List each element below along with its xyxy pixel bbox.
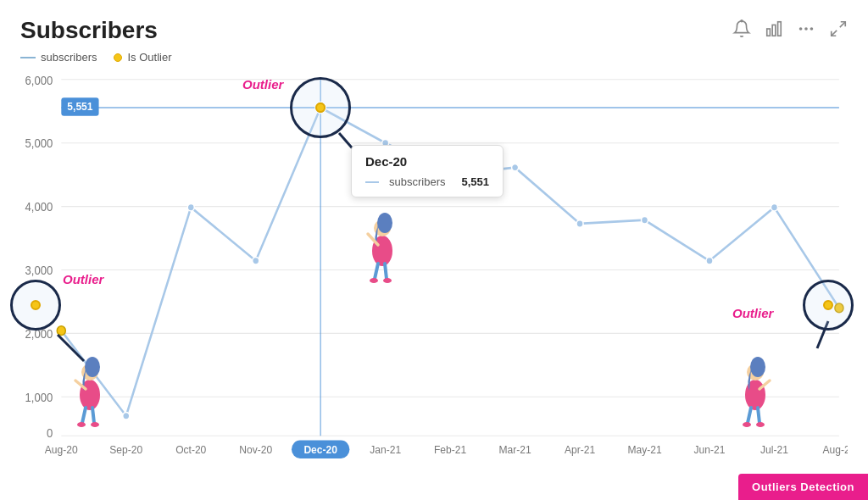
outlier-dot-aug20 <box>31 300 41 310</box>
svg-point-51 <box>706 258 713 265</box>
header: Subscribers <box>20 17 848 44</box>
svg-text:6,000: 6,000 <box>25 75 53 87</box>
svg-line-71 <box>375 264 378 279</box>
svg-point-62 <box>85 357 100 377</box>
expand-icon[interactable] <box>829 19 848 42</box>
svg-rect-2 <box>772 25 776 36</box>
svg-point-49 <box>576 220 583 228</box>
svg-point-52 <box>771 203 777 211</box>
chart-icon[interactable] <box>765 19 783 42</box>
svg-text:Aug-21: Aug-21 <box>822 443 848 455</box>
outlier-dot-dec20 <box>315 103 326 113</box>
magnifier-dec20 <box>290 77 351 138</box>
svg-text:Aug-20: Aug-20 <box>45 443 78 455</box>
svg-line-79 <box>748 408 751 423</box>
legend-line-subscribers <box>20 57 36 58</box>
page-title: Subscribers <box>20 17 158 44</box>
svg-text:Apr-21: Apr-21 <box>565 443 595 455</box>
more-icon[interactable] <box>797 19 815 42</box>
svg-text:May-21: May-21 <box>627 443 661 455</box>
svg-text:1,000: 1,000 <box>25 391 53 403</box>
header-icons <box>732 19 848 42</box>
svg-point-66 <box>91 422 99 427</box>
svg-point-70 <box>377 213 392 233</box>
legend-label-outlier: Is Outlier <box>127 51 171 64</box>
legend-outlier: Is Outlier <box>114 51 171 64</box>
legend-label-subscribers: subscribers <box>41 51 97 64</box>
chart-svg: 6,000 5,000 4,000 3,000 2,000 1,000 0 5,… <box>20 69 848 458</box>
svg-point-82 <box>756 422 765 427</box>
svg-point-43 <box>187 203 194 211</box>
legend: subscribers Is Outlier <box>20 51 848 64</box>
tooltip-title: Dec-20 <box>365 154 489 169</box>
svg-text:4,000: 4,000 <box>25 201 53 214</box>
svg-text:5,000: 5,000 <box>25 137 53 150</box>
svg-line-64 <box>92 408 94 423</box>
svg-point-73 <box>370 278 378 283</box>
legend-dot-outlier <box>114 53 122 62</box>
magnifier-aug20 <box>10 280 61 331</box>
svg-point-78 <box>750 357 765 377</box>
svg-text:Feb-21: Feb-21 <box>434 443 466 455</box>
alarm-icon[interactable] <box>732 19 751 42</box>
svg-text:Jun-21: Jun-21 <box>694 443 726 455</box>
svg-line-72 <box>385 264 387 279</box>
outliers-detection-badge[interactable]: Outliers Detection <box>738 474 868 500</box>
svg-point-48 <box>512 164 519 171</box>
svg-point-5 <box>804 27 808 31</box>
chart-area: 6,000 5,000 4,000 3,000 2,000 1,000 0 5,… <box>20 69 848 458</box>
svg-text:Nov-20: Nov-20 <box>239 443 272 455</box>
svg-text:Jan-21: Jan-21 <box>370 443 401 455</box>
svg-text:5,551: 5,551 <box>67 101 92 113</box>
svg-text:3,000: 3,000 <box>25 264 53 276</box>
legend-subscribers: subscribers <box>20 51 97 64</box>
svg-point-81 <box>743 422 751 427</box>
svg-text:Dec-20: Dec-20 <box>303 443 337 455</box>
svg-text:Mar-21: Mar-21 <box>498 443 531 455</box>
svg-text:Oct-20: Oct-20 <box>175 443 206 455</box>
svg-point-65 <box>77 422 86 427</box>
svg-rect-1 <box>767 29 771 36</box>
svg-point-74 <box>383 278 392 283</box>
svg-point-44 <box>253 258 259 265</box>
figure-aug21 <box>732 323 779 436</box>
svg-point-6 <box>810 27 814 31</box>
tooltip-value: 5,551 <box>461 175 489 188</box>
svg-line-7 <box>840 21 845 26</box>
svg-text:Jul-21: Jul-21 <box>760 443 788 455</box>
svg-point-50 <box>642 216 648 224</box>
outlier-label-aug21: Outlier <box>732 306 773 320</box>
svg-text:Sep-20: Sep-20 <box>109 443 142 455</box>
svg-text:0: 0 <box>47 427 53 440</box>
tooltip-dec20: Dec-20 subscribers 5,551 <box>351 145 504 197</box>
svg-point-54 <box>57 326 65 336</box>
tooltip-row: subscribers 5,551 <box>365 175 489 188</box>
outlier-label-aug20: Outlier <box>63 272 103 286</box>
magnifier-aug21 <box>803 280 854 331</box>
svg-line-63 <box>82 408 86 423</box>
figure-aug20 <box>67 323 114 436</box>
tooltip-series-label: subscribers <box>389 175 445 188</box>
svg-point-4 <box>799 27 803 31</box>
outlier-dot-aug21 <box>823 300 833 310</box>
dashboard-container: Subscribers <box>0 0 868 500</box>
svg-line-80 <box>758 408 760 423</box>
svg-rect-3 <box>778 21 782 36</box>
svg-line-8 <box>832 30 837 35</box>
outlier-label-dec20: Outlier <box>242 77 283 92</box>
svg-point-42 <box>123 412 130 419</box>
